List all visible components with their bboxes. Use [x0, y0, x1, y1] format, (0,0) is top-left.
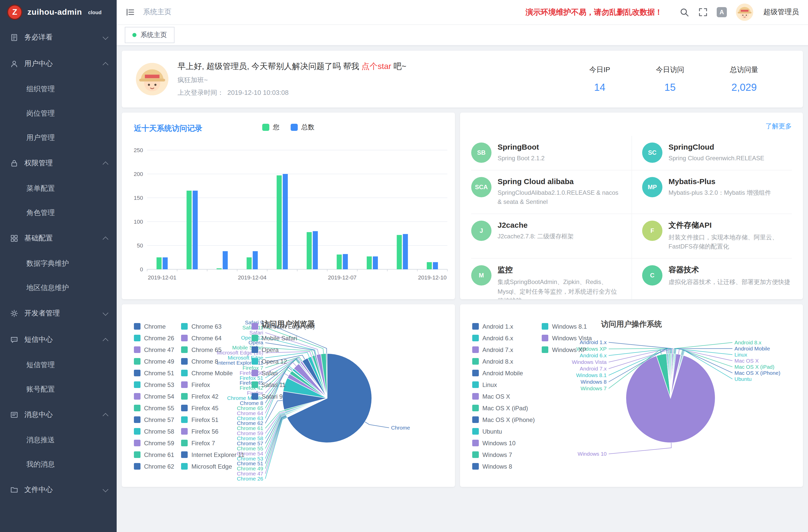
legend-swatch	[181, 463, 188, 470]
sidebar-item-基础配置[interactable]: 基础配置	[0, 225, 117, 252]
sidebar-subitem-岗位管理[interactable]: 岗位管理	[0, 102, 117, 126]
legend-swatch	[472, 405, 479, 411]
legend-swatch	[252, 335, 258, 341]
legend-label: Mac OS X (iPad)	[482, 404, 528, 411]
sidebar-subitem-消息推送[interactable]: 消息推送	[0, 428, 117, 452]
legend-item-safari-9[interactable]: Safari 9	[252, 390, 315, 402]
tab-home[interactable]: 系统主页	[125, 27, 175, 43]
x-tick-label: 2019-12-10	[418, 274, 447, 281]
tech-badge-icon: SCA	[471, 177, 492, 197]
sidebar-subitem-菜单配置[interactable]: 菜单配置	[0, 177, 117, 201]
tech-item-j2cache[interactable]: J J2cache J2cache2.7.8: 二级缓存框架	[471, 214, 631, 259]
legend-item-opera[interactable]: Opera	[252, 344, 315, 355]
app-logo[interactable]: Z zuihou-admin cloud	[0, 0, 117, 24]
sidebar-subitem-角色管理[interactable]: 角色管理	[0, 201, 117, 225]
sidebar-subitem-短信管理[interactable]: 短信管理	[0, 353, 117, 377]
legend-item-windows-8[interactable]: Windows 8	[472, 460, 535, 472]
sidebar-subitem-我的消息[interactable]: 我的消息	[0, 452, 117, 477]
legend-item-windows-xp[interactable]: Windows XP	[542, 344, 592, 355]
legend-item-linux[interactable]: Linux	[472, 379, 535, 390]
bar-总数-2019-12-08	[373, 256, 378, 269]
tech-item-springcloud[interactable]: SC SpringCloud Spring Cloud Greenwich.RE…	[631, 136, 792, 170]
legend-item-windows-10[interactable]: Windows 10	[472, 437, 535, 449]
sidebar-item-务必详看[interactable]: 务必详看	[0, 24, 117, 51]
legend-item-chrome-51[interactable]: Chrome 51	[134, 367, 174, 379]
legend-item-chrome-59[interactable]: Chrome 59	[134, 437, 174, 449]
tech-item-mybatis-plus[interactable]: MP Mybatis-Plus Mybatis-plus 3.2.0：Mybat…	[631, 170, 792, 214]
legend-swatch	[134, 346, 141, 353]
legend-item-firefox-42[interactable]: Firefox 42	[181, 390, 244, 402]
tech-item-spring-cloud-alibaba[interactable]: SCA Spring Cloud alibaba SpringCloudAlib…	[471, 170, 631, 214]
search-icon[interactable]	[680, 7, 689, 17]
sidebar-subitem-用户管理[interactable]: 用户管理	[0, 126, 117, 150]
legend-item-chrome-65[interactable]: Chrome 65	[181, 344, 244, 355]
legend-item-windows-7[interactable]: Windows 7	[472, 449, 535, 460]
legend-item-mac-os-x-ipad[interactable]: Mac OS X (iPad)	[472, 402, 535, 414]
legend-item-android-mobile[interactable]: Android Mobile	[472, 367, 535, 379]
legend-item-you[interactable]: 您	[262, 123, 279, 132]
tech-item-springboot[interactable]: SB SpringBoot Spring Boot 2.1.2	[471, 136, 631, 170]
legend-item-firefox-45[interactable]: Firefox 45	[181, 402, 244, 414]
sidebar-item-权限管理[interactable]: 权限管理	[0, 150, 117, 177]
legend-swatch	[181, 416, 188, 423]
legend-item-mac-os-x[interactable]: Mac OS X	[472, 390, 535, 402]
legend-item-chrome-54[interactable]: Chrome 54	[134, 390, 174, 402]
tech-item-监控[interactable]: M 监控 集成SpringBootAdmin、Zipkin、Redis、Mysq…	[471, 259, 631, 299]
legend-item-firefox[interactable]: Firefox	[181, 379, 244, 390]
learn-more-link[interactable]: 了解更多	[766, 122, 792, 131]
user-avatar[interactable]	[736, 3, 753, 21]
tech-item-文件存储api[interactable]: F 文件存储API 封装文件接口，实现本地存储、阿里云、FastDFS存储的配置…	[631, 214, 792, 259]
sidebar-subitem-地区信息维护[interactable]: 地区信息维护	[0, 276, 117, 300]
legend-item-chrome-49[interactable]: Chrome 49	[134, 355, 174, 367]
tech-item-容器技术[interactable]: C 容器技术 虚拟化容器技术，让迁移、部署更加方便快捷	[631, 259, 792, 299]
legend-item-chrome-mobile[interactable]: Chrome Mobile	[181, 367, 244, 379]
legend-swatch	[134, 405, 141, 411]
legend-item-windows-vista[interactable]: Windows Vista	[542, 332, 592, 344]
sidebar-item-短信中心[interactable]: 短信中心	[0, 327, 117, 353]
legend-item-android-7-x[interactable]: Android 7.x	[472, 344, 535, 355]
tech-desc: J2cache2.7.8: 二级缓存框架	[498, 232, 574, 241]
font-size-icon[interactable]: A	[717, 7, 727, 17]
legend-item-chrome-61[interactable]: Chrome 61	[134, 449, 174, 460]
current-user-name[interactable]: 超级管理员	[764, 7, 799, 17]
sidebar-subitem-数据字典维护[interactable]: 数据字典维护	[0, 252, 117, 276]
sidebar-subitem-账号配置[interactable]: 账号配置	[0, 377, 117, 402]
sidebar-subitem-组织管理[interactable]: 组织管理	[0, 77, 117, 102]
star-link[interactable]: 点个star	[362, 61, 391, 70]
chevron-down-icon	[103, 487, 109, 492]
legend-item-chrome-55[interactable]: Chrome 55	[134, 402, 174, 414]
legend-swatch	[252, 370, 258, 376]
tech-title: 文件存储API	[668, 221, 792, 230]
legend-item-chrome-57[interactable]: Chrome 57	[134, 414, 174, 425]
legend-item-chrome-26[interactable]: Chrome 26	[134, 332, 174, 344]
fullscreen-icon[interactable]	[698, 7, 708, 17]
legend-item-safari[interactable]: Safari	[252, 367, 315, 379]
legend-item-firefox-51[interactable]: Firefox 51	[181, 414, 244, 425]
legend-label: Opera 12	[262, 358, 287, 365]
legend-item-android-6-x[interactable]: Android 6.x	[472, 332, 535, 344]
legend-item-firefox-56[interactable]: Firefox 56	[181, 425, 244, 437]
breadcrumb[interactable]: 系统主页	[143, 7, 171, 17]
sidebar-collapse-icon[interactable]	[126, 7, 135, 17]
legend-item-microsoft-edge[interactable]: Microsoft Edge	[181, 460, 244, 472]
legend-item-chrome-64[interactable]: Chrome 64	[181, 332, 244, 344]
sidebar-item-开发者管理[interactable]: 开发者管理	[0, 300, 117, 327]
legend-item-opera-12[interactable]: Opera 12	[252, 355, 315, 367]
legend-item-firefox-7[interactable]: Firefox 7	[181, 437, 244, 449]
legend-item-chrome-47[interactable]: Chrome 47	[134, 344, 174, 355]
legend-item-mobile-safari[interactable]: Mobile Safari	[252, 332, 315, 344]
legend-item-safari-11[interactable]: Safari 11	[252, 379, 315, 390]
legend-item-chrome-58[interactable]: Chrome 58	[134, 425, 174, 437]
sidebar-item-文件中心[interactable]: 文件中心	[0, 477, 117, 503]
legend-item-internet-explorer-11[interactable]: Internet Explorer 11	[181, 449, 244, 460]
legend-item-total[interactable]: 总数	[291, 123, 314, 132]
legend-item-mac-os-x-iphone[interactable]: Mac OS X (iPhone)	[472, 414, 535, 425]
legend-item-android-8-x[interactable]: Android 8.x	[472, 355, 535, 367]
sidebar-item-消息中心[interactable]: 消息中心	[0, 402, 117, 428]
legend-swatch	[472, 393, 479, 400]
sidebar-item-用户中心[interactable]: 用户中心	[0, 51, 117, 77]
legend-item-chrome-53[interactable]: Chrome 53	[134, 379, 174, 390]
legend-item-chrome-62[interactable]: Chrome 62	[134, 460, 174, 472]
legend-item-ubuntu[interactable]: Ubuntu	[472, 425, 535, 437]
legend-item-chrome-8[interactable]: Chrome 8	[181, 355, 244, 367]
